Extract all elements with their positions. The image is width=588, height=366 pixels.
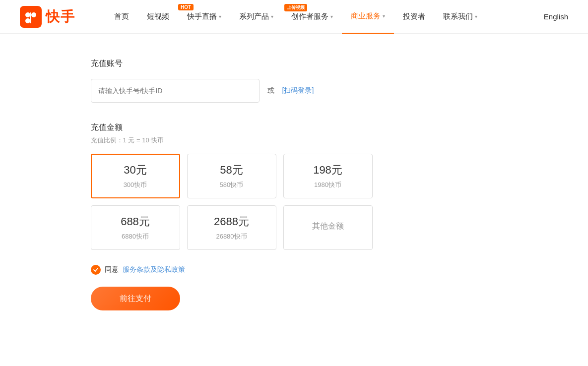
amount-yuan-0: 30元	[124, 163, 146, 178]
checkmark-icon	[93, 267, 99, 273]
agree-policy-link[interactable]: 服务条款及隐私政策	[123, 265, 185, 274]
account-input[interactable]	[91, 79, 260, 103]
upload-badge: 上传视频	[284, 4, 307, 11]
amount-coins-1: 580快币	[220, 181, 244, 189]
amount-yuan-4: 2688元	[214, 214, 249, 229]
amount-card-other[interactable]: 其他金额	[283, 205, 373, 250]
contact-arrow-icon: ▾	[475, 14, 477, 19]
language-switcher[interactable]: English	[544, 12, 568, 21]
svg-point-3	[25, 18, 30, 23]
nav-item-contact[interactable]: 联系我们 ▾	[434, 0, 486, 34]
amount-card-2688[interactable]: 2688元 26880快币	[187, 205, 276, 250]
hot-badge: HOT	[178, 4, 194, 10]
nav-item-home[interactable]: 首页	[105, 0, 138, 34]
nav-item-live[interactable]: HOT 快手直播 ▾	[178, 0, 230, 34]
amount-card-58[interactable]: 58元 580快币	[187, 154, 276, 198]
nav-item-investor[interactable]: 投资者	[394, 0, 434, 34]
account-row: 或 [扫码登录]	[91, 79, 498, 103]
business-arrow-icon: ▾	[383, 13, 385, 19]
amount-yuan-1: 58元	[220, 163, 243, 178]
header: 快手 首页 短视频 HOT 快手直播 ▾ 系列产品 ▾ 上传视频 创作者服务 ▾	[0, 0, 588, 34]
agree-checkbox[interactable]	[91, 265, 101, 275]
nav-item-series[interactable]: 系列产品 ▾	[230, 0, 282, 34]
amount-section: 充值金额 充值比例：1 元 = 10 快币 30元 300快币 58元 580快…	[91, 122, 498, 250]
amount-grid: 30元 300快币 58元 580快币 198元 1980快币 688元 688…	[91, 154, 498, 250]
amount-coins-2: 1980快币	[314, 181, 341, 189]
agreement-row: 同意 服务条款及隐私政策	[91, 265, 498, 275]
amount-yuan-3: 688元	[121, 214, 150, 229]
pay-button[interactable]: 前往支付	[91, 287, 180, 310]
creator-arrow-icon: ▾	[330, 14, 333, 19]
main-content: 充值账号 或 [扫码登录] 充值金额 充值比例：1 元 = 10 快币 30元 …	[0, 34, 588, 335]
amount-card-198[interactable]: 198元 1980快币	[283, 154, 373, 198]
amount-coins-0: 300快币	[124, 181, 147, 189]
svg-rect-4	[30, 12, 31, 23]
or-text: 或	[267, 86, 274, 95]
nav-item-short-video[interactable]: 短视频	[138, 0, 178, 34]
main-nav: 首页 短视频 HOT 快手直播 ▾ 系列产品 ▾ 上传视频 创作者服务 ▾ 商业…	[105, 0, 544, 34]
svg-point-1	[25, 12, 30, 17]
series-arrow-icon: ▾	[271, 14, 273, 19]
logo-text: 快手	[46, 7, 75, 26]
amount-coins-3: 6880快币	[122, 232, 149, 241]
amount-card-688[interactable]: 688元 6880快币	[91, 205, 180, 250]
nav-item-business[interactable]: 商业服务 ▾	[342, 0, 394, 34]
amount-ratio: 充值比例：1 元 = 10 快币	[91, 136, 498, 145]
live-arrow-icon: ▾	[219, 14, 221, 19]
amount-yuan-2: 198元	[313, 163, 342, 178]
svg-point-2	[31, 12, 36, 17]
account-section-title: 充值账号	[91, 59, 498, 69]
amount-coins-4: 26880快币	[216, 232, 247, 241]
agree-text: 同意	[105, 265, 119, 274]
amount-yuan-5: 其他金额	[312, 221, 344, 232]
nav-item-creator[interactable]: 上传视频 创作者服务 ▾	[282, 0, 342, 34]
amount-card-30[interactable]: 30元 300快币	[91, 154, 180, 198]
logo[interactable]: 快手	[20, 6, 75, 28]
qr-login-link[interactable]: [扫码登录]	[282, 86, 314, 95]
amount-section-title: 充值金额	[91, 122, 498, 133]
